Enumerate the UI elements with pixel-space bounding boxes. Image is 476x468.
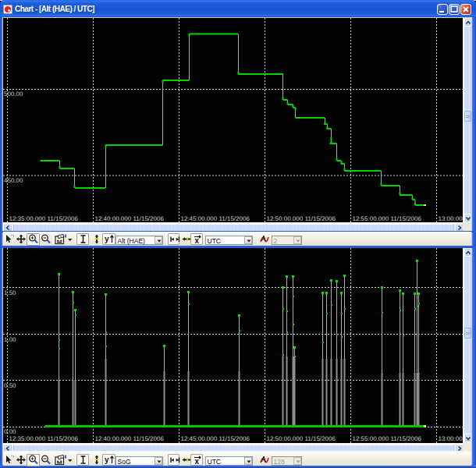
svg-text:12:55:00.000 11/15/2006: 12:55:00.000 11/15/2006 xyxy=(353,435,422,442)
svg-text:12:50:00.000 11/15/2006: 12:50:00.000 11/15/2006 xyxy=(267,215,336,222)
svg-text:0.00: 0.00 xyxy=(4,428,16,435)
svg-text:12:35:00.000 11/15/2006: 12:35:00.000 11/15/2006 xyxy=(9,435,79,442)
svg-text:12:45:00.000 11/15/2006: 12:45:00.000 11/15/2006 xyxy=(181,435,250,442)
svg-text:1.00: 1.00 xyxy=(4,336,16,343)
svg-text:12:35:00.000 11/15/2006: 12:35:00.000 11/15/2006 xyxy=(9,215,79,222)
svg-text:y: y xyxy=(105,235,109,243)
svg-text:0.50: 0.50 xyxy=(4,382,16,389)
svg-text:12:40:00.000 11/15/2006: 12:40:00.000 11/15/2006 xyxy=(95,435,165,442)
svg-text:12:40:00.000 11/15/2006: 12:40:00.000 11/15/2006 xyxy=(95,215,165,222)
svg-text:12:55:00.000 11/15/2006: 12:55:00.000 11/15/2006 xyxy=(353,215,422,222)
svg-text:y: y xyxy=(105,456,109,464)
svg-text:x: x xyxy=(194,457,199,465)
svg-text:500.00: 500.00 xyxy=(4,90,23,98)
svg-text:450.00: 450.00 xyxy=(4,177,23,184)
svg-text:12:45:00.000 11/15/2006: 12:45:00.000 11/15/2006 xyxy=(181,215,250,222)
svg-text:12:50:00.000 11/15/2006: 12:50:00.000 11/15/2006 xyxy=(267,435,336,442)
svg-text:13:00:00.0: 13:00:00.0 xyxy=(439,215,464,222)
svg-text:1.50: 1.50 xyxy=(4,289,16,296)
svg-text:x: x xyxy=(194,236,199,244)
svg-text:13:00:00.0: 13:00:00.0 xyxy=(439,435,464,442)
